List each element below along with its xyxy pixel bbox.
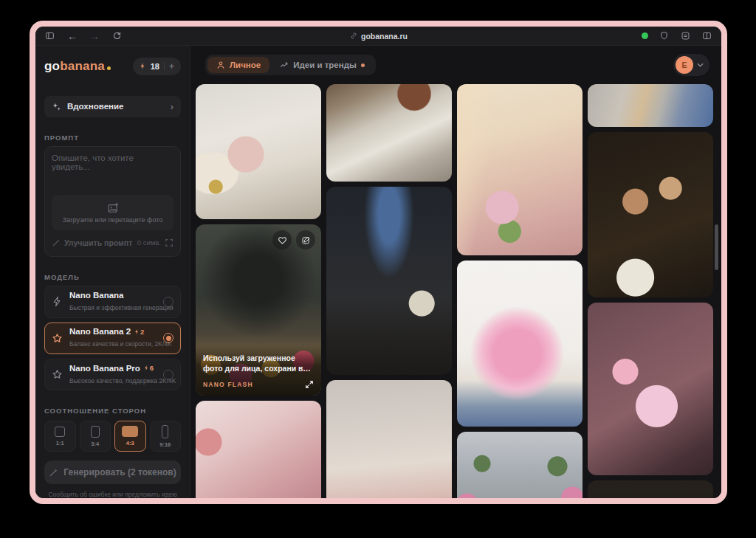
ratio-shape [91, 426, 100, 438]
url-text: gobanana.ru [361, 32, 408, 41]
feedback-link[interactable]: Сообщить об ошибке или предложить идею [44, 491, 181, 498]
ratio-shape [122, 426, 138, 437]
improve-prompt-button[interactable]: Улучшить промпт [64, 238, 132, 247]
reader-icon[interactable] [680, 30, 691, 41]
model-option-nano-banana-pro[interactable]: Nano Banana Pro 6 Высокое качество, подд… [44, 359, 181, 390]
chevron-right-icon: › [171, 101, 173, 112]
edit-button[interactable] [296, 230, 315, 249]
model-name: Nano Banana 2 [69, 327, 131, 336]
logo-dot [107, 66, 111, 70]
photo-card[interactable] [326, 84, 452, 182]
status-dot [642, 32, 648, 39]
fullscreen-icon[interactable] [165, 238, 173, 247]
sidebar-toggle-icon[interactable] [44, 30, 55, 41]
photo-card[interactable] [196, 401, 321, 498]
sidebar: gobanana 18 + Вдохновение › ПРОМПТ [35, 46, 190, 498]
prompt-preview-text: Используй загруженное фото для лица, сох… [203, 353, 314, 373]
photo-card[interactable] [588, 84, 713, 127]
photo-card[interactable] [457, 432, 583, 498]
trending-up-icon [280, 61, 289, 69]
token-count: 18 [151, 62, 159, 71]
photo-card-actions [272, 230, 315, 249]
bolt-icon [140, 62, 146, 70]
tab-ideas-trends[interactable]: Идеи и тренды [271, 57, 374, 73]
bolt-icon [134, 328, 140, 335]
token-counter[interactable]: 18 + [133, 58, 181, 75]
prompt-section-label: ПРОМПТ [44, 134, 181, 142]
scrollbar-thumb[interactable] [715, 224, 718, 270]
avatar: E [676, 56, 693, 74]
favorite-button[interactable] [272, 230, 292, 249]
inspiration-button[interactable]: Вдохновение › [44, 96, 181, 118]
photo-card[interactable] [588, 132, 713, 297]
upload-dropzone[interactable]: Загрузите или перетащите фото [52, 195, 173, 230]
char-count: 0 симв. [137, 238, 161, 246]
grid-column [457, 84, 583, 498]
main-header: Личное Идеи и тренды E [190, 46, 721, 84]
back-button[interactable]: ← [67, 31, 78, 41]
radio-button[interactable] [163, 370, 173, 380]
pen-square-icon [301, 235, 311, 245]
grid-column: Используй загруженное фото для лица, сох… [196, 84, 321, 498]
expand-icon[interactable] [305, 380, 314, 389]
model-option-nano-banana-2[interactable]: Nano Banana 2 2 Баланс качества и скорос… [44, 323, 181, 354]
model-section-label: МОДЕЛЬ [44, 273, 181, 281]
ratio-shape [162, 425, 168, 438]
grid-column [326, 84, 452, 498]
shield-icon[interactable] [659, 30, 670, 41]
tab-group: Личное Идеи и тренды [205, 55, 376, 75]
forward-button[interactable]: → [89, 31, 100, 41]
token-cost-badge: 2 [134, 328, 144, 336]
photo-card[interactable] [457, 84, 583, 255]
photo-card[interactable] [196, 84, 321, 219]
model-desc: Баланс качества и скорости, 2K/4K [69, 340, 172, 348]
radio-button[interactable] [163, 297, 173, 307]
wand-icon [52, 238, 61, 247]
divider [164, 62, 165, 70]
wand-icon [49, 468, 58, 477]
photo-card[interactable]: Используй загруженное фото для лица, сох… [196, 224, 321, 396]
main-area: Личное Идеи и тренды E [190, 46, 721, 498]
aspect-option-3-4[interactable]: 3:4 [80, 421, 111, 452]
photo-card[interactable] [588, 480, 713, 498]
split-view-icon[interactable] [701, 30, 712, 41]
generate-button[interactable]: Генерировать (2 токенов) [44, 461, 181, 484]
chevron-down-icon [697, 63, 704, 67]
reload-button[interactable] [111, 30, 123, 41]
link-icon [349, 32, 357, 40]
model-desc: Высокое качество, поддержка 2K/4K [69, 377, 176, 384]
grid-column [588, 84, 713, 498]
aspect-option-9-16[interactable]: 9:16 [150, 421, 182, 452]
photo-card[interactable] [588, 303, 713, 475]
sidebar-header: gobanana 18 + [44, 55, 181, 78]
aspect-option-4-3[interactable]: 4:3 [114, 421, 146, 452]
add-tokens-button[interactable]: + [169, 61, 174, 72]
bolt-icon [144, 365, 149, 371]
aspect-option-1-1[interactable]: 1:1 [44, 421, 76, 452]
aspect-section-label: СООТНОШЕНИЕ СТОРОН [44, 407, 181, 415]
photo-card[interactable] [326, 187, 452, 375]
photo-card[interactable] [326, 380, 452, 498]
address-bar[interactable]: gobanana.ru [349, 32, 408, 41]
image-plus-icon [107, 202, 119, 214]
upload-label: Загрузите или перетащите фото [63, 216, 162, 224]
ratio-shape [55, 427, 65, 437]
prompt-input[interactable] [52, 154, 173, 195]
model-option-nano-banana[interactable]: Nano Banana Быстрая и эффективная генера… [44, 286, 181, 317]
model-flash-badge: NANO FLASH [203, 381, 253, 388]
browser-window: ← → gobanana.ru [35, 27, 721, 498]
bolt-icon [52, 296, 63, 307]
account-menu[interactable]: E [673, 54, 709, 76]
photo-card[interactable] [457, 261, 583, 427]
app-content: gobanana 18 + Вдохновение › ПРОМПТ [35, 46, 721, 498]
aspect-ratio-group: 1:1 3:4 4:3 9:16 [44, 421, 181, 452]
model-desc: Быстрая и эффективная генерация [69, 304, 173, 311]
logo: gobanana [44, 59, 111, 74]
token-cost-badge: 6 [144, 364, 154, 372]
star-icon [52, 333, 63, 344]
window-frame: ← → gobanana.ru [30, 21, 727, 504]
heart-icon [278, 235, 287, 245]
photo-card-caption: Используй загруженное фото для лица, сох… [196, 345, 321, 396]
tab-personal[interactable]: Личное [207, 57, 269, 73]
person-icon [216, 61, 225, 69]
